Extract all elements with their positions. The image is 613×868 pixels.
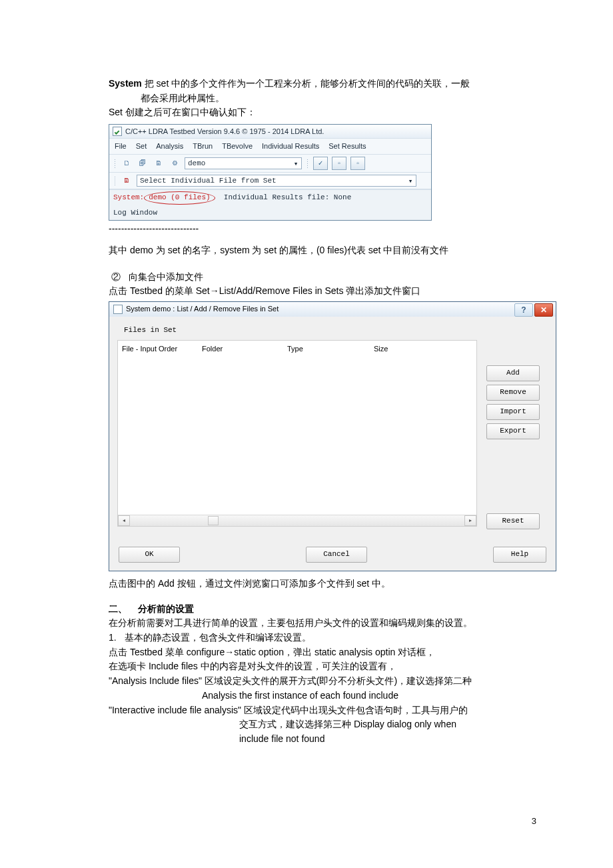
menu-set[interactable]: Set — [136, 141, 147, 152]
group-title: Files in Set — [124, 325, 548, 336]
menu-tbrun[interactable]: TBrun — [193, 141, 213, 152]
gear-icon[interactable]: ⚙ — [169, 157, 181, 169]
toolbar-row-2: 🗎 Select Individual File from Set ▾ — [109, 173, 431, 189]
menu-tbevolve[interactable]: TBevolve — [222, 141, 253, 152]
toolbar-grip-icon-3 — [113, 175, 117, 186]
new-file-icon[interactable]: 🗋 — [121, 157, 133, 169]
menu-file[interactable]: File — [115, 141, 127, 152]
status-individual-results: Individual Results file: None — [224, 193, 351, 201]
para-preset-intro: 在分析前需要对工具进行简单的设置，主要包括用户头文件的设置和编码规则集的设置。 — [109, 616, 536, 631]
para-system: System 把 set 中的多个文件作为一个工程来分析，能够分析文件间的代码的… — [109, 77, 536, 91]
para-system-2: 都会采用此种属性。 — [109, 91, 536, 106]
para-add-explain: 点击图中的 Add 按钮，通过文件浏览窗口可添加多个文件到 set 中。 — [109, 577, 536, 591]
section-heading-2: 二、 分析前的设置 — [109, 602, 536, 617]
para-interactive-include-opt2: include file not found — [109, 732, 536, 747]
set-select-combo[interactable]: demo ▾ — [185, 157, 302, 169]
para-include-tab: 在选项卡 Include files 中的内容是对头文件的设置，可关注的设置有， — [109, 659, 536, 674]
toolbar-grip-icon — [113, 158, 117, 169]
chevron-down-icon: ▾ — [406, 177, 414, 185]
dialog-icon — [113, 305, 123, 314]
file-red-icon[interactable]: 🗎 — [121, 175, 133, 187]
toolbar-button-2[interactable]: ▫ — [332, 157, 346, 170]
open-file-icon[interactable]: 🗐 — [137, 157, 149, 169]
app-icon — [113, 127, 122, 136]
col-type[interactable]: Type — [287, 343, 374, 355]
col-folder[interactable]: Folder — [202, 343, 287, 355]
toolbar-button-3[interactable]: ▫ — [350, 157, 365, 170]
dialog-titlebar: System demo : List / Add / Remove Files … — [109, 302, 556, 317]
ok-button[interactable]: OK — [119, 547, 180, 563]
scroll-thumb[interactable] — [208, 516, 219, 525]
para-analysis-include: "Analysis Include files" 区域设定头文件的展开方式(即分… — [109, 674, 536, 689]
para-analysis-include-opt: Analysis the first instance of each foun… — [109, 689, 536, 703]
status-demo-files: demo (0 files) — [144, 191, 215, 205]
subhead-add-files: ② 向集合中添加文件 — [109, 270, 536, 285]
dialog-title: System demo : List / Add / Remove Files … — [126, 303, 279, 315]
para-static-setting: 1. 基本的静态设置，包含头文件和编译宏设置。 — [109, 631, 536, 645]
col-size[interactable]: Size — [374, 343, 427, 355]
col-file[interactable]: File - Input Order — [122, 343, 202, 355]
window-titlebar: C/C++ LDRA Testbed Version 9.4.6 © 1975 … — [109, 125, 431, 138]
close-titlebar-button[interactable]: ✕ — [534, 303, 553, 317]
menu-bar: File Set Analysis TBrun TBevolve Individ… — [109, 138, 431, 155]
menu-set-results[interactable]: Set Results — [328, 141, 366, 152]
menu-analysis[interactable]: Analysis — [156, 141, 183, 152]
add-files-dialog: System demo : List / Add / Remove Files … — [109, 301, 556, 571]
para-set-confirm: Set 创建之后可在窗口中确认如下： — [109, 105, 536, 120]
para-interactive-include: "Interactive include file analysis" 区域设定… — [109, 703, 536, 718]
cancel-button[interactable]: Cancel — [306, 547, 367, 563]
para-configure-static: 点击 Testbed 菜单 configure→static option，弹出… — [109, 645, 536, 660]
list-content[interactable] — [118, 357, 476, 515]
log-window-label: Log Window — [109, 206, 431, 220]
separator-dashes: ----------------------------- — [109, 222, 536, 237]
para-interactive-include-opt1: 交互方式，建议选择第三种 Display dialog only when — [109, 717, 536, 732]
ldra-window: C/C++ LDRA Testbed Version 9.4.6 © 1975 … — [109, 124, 432, 221]
files-list: File - Input Order Folder Type Size ◂ ▸ — [117, 340, 477, 527]
help-titlebar-button[interactable]: ? — [514, 303, 533, 317]
window-title: C/C++ LDRA Testbed Version 9.4.6 © 1975 … — [125, 125, 324, 138]
menu-individual-results[interactable]: Individual Results — [262, 141, 319, 152]
para-add-files-menu: 点击 Testbed 的菜单 Set→List/Add/Remove Files… — [109, 284, 536, 299]
scroll-left-icon[interactable]: ◂ — [118, 515, 130, 526]
add-button[interactable]: Add — [486, 365, 540, 381]
copy-icon[interactable]: 🗎 — [153, 157, 165, 169]
export-button[interactable]: Export — [486, 423, 540, 439]
status-bar: System: demo (0 files) Individual Result… — [109, 189, 431, 206]
page-number: 3 — [532, 815, 536, 828]
check-button[interactable]: ✓ — [313, 157, 328, 170]
chevron-down-icon: ▾ — [292, 160, 300, 168]
scroll-right-icon[interactable]: ▸ — [464, 515, 476, 526]
individual-file-combo[interactable]: Select Individual File from Set ▾ — [137, 175, 416, 187]
toolbar-grip-icon-2 — [306, 158, 309, 169]
reset-button[interactable]: Reset — [486, 513, 540, 529]
status-system-label: System: — [113, 193, 144, 201]
help-button[interactable]: Help — [493, 547, 546, 563]
list-header: File - Input Order Folder Type Size — [118, 341, 476, 357]
remove-button[interactable]: Remove — [486, 385, 540, 401]
toolbar: 🗋 🗐 🗎 ⚙ demo ▾ ✓ ▫ ▫ — [109, 155, 431, 173]
import-button[interactable]: Import — [486, 404, 540, 420]
horizontal-scrollbar[interactable]: ◂ ▸ — [118, 515, 476, 526]
para-demo-explain: 其中 demo 为 set 的名字，system 为 set 的属性，(0 fi… — [109, 243, 536, 258]
